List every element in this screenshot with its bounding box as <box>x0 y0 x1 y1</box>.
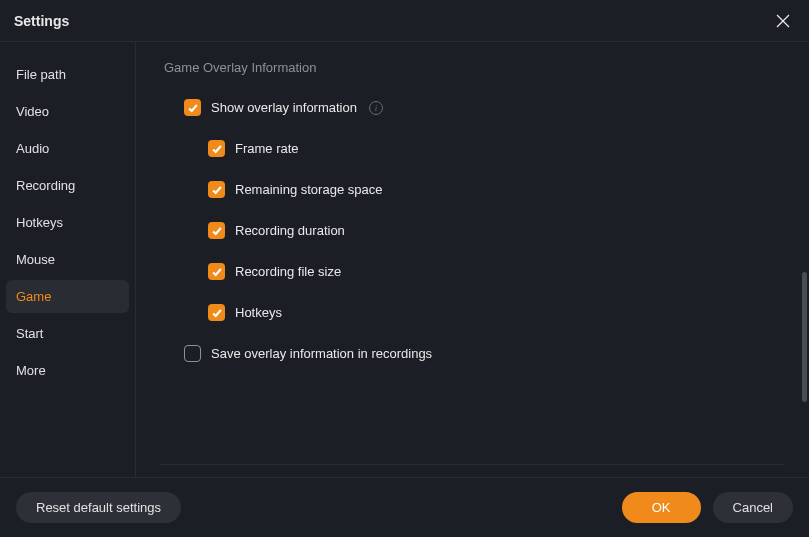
sidebar-item-label: More <box>16 363 46 378</box>
settings-window: Settings File path Video Audio Recording… <box>0 0 809 537</box>
sidebar-item-more[interactable]: More <box>6 354 129 387</box>
sidebar-item-start[interactable]: Start <box>6 317 129 350</box>
reset-button[interactable]: Reset default settings <box>16 492 181 523</box>
window-title: Settings <box>14 13 69 29</box>
checkbox-frame-rate[interactable] <box>208 140 225 157</box>
sidebar-item-file-path[interactable]: File path <box>6 58 129 91</box>
divider <box>160 464 785 465</box>
sidebar: File path Video Audio Recording Hotkeys … <box>0 42 136 477</box>
scrollbar-thumb[interactable] <box>802 272 807 402</box>
footer-right: OK Cancel <box>622 492 793 523</box>
sidebar-item-label: Audio <box>16 141 49 156</box>
close-icon <box>776 14 790 28</box>
option-label: Hotkeys <box>235 305 282 320</box>
option-label: Show overlay information <box>211 100 357 115</box>
option-frame-rate: Frame rate <box>208 140 785 157</box>
option-file-size: Recording file size <box>208 263 785 280</box>
check-icon <box>211 307 223 319</box>
checkbox-show-overlay[interactable] <box>184 99 201 116</box>
sidebar-item-label: Start <box>16 326 43 341</box>
sidebar-item-label: Mouse <box>16 252 55 267</box>
sidebar-item-label: File path <box>16 67 66 82</box>
check-icon <box>211 143 223 155</box>
sidebar-item-label: Game <box>16 289 51 304</box>
option-save-overlay: Save overlay information in recordings <box>184 345 785 362</box>
option-label: Frame rate <box>235 141 299 156</box>
sidebar-item-label: Video <box>16 104 49 119</box>
sidebar-item-recording[interactable]: Recording <box>6 169 129 202</box>
close-button[interactable] <box>771 9 795 33</box>
option-duration: Recording duration <box>208 222 785 239</box>
checkbox-storage[interactable] <box>208 181 225 198</box>
checkbox-hotkeys[interactable] <box>208 304 225 321</box>
sidebar-item-label: Recording <box>16 178 75 193</box>
info-icon[interactable]: i <box>369 101 383 115</box>
section-title: Game Overlay Information <box>160 60 785 75</box>
sidebar-item-game[interactable]: Game <box>6 280 129 313</box>
option-show-overlay: Show overlay information i <box>184 99 785 116</box>
footer: Reset default settings OK Cancel <box>0 477 809 537</box>
check-icon <box>211 225 223 237</box>
checkbox-duration[interactable] <box>208 222 225 239</box>
option-label: Recording duration <box>235 223 345 238</box>
sidebar-item-hotkeys[interactable]: Hotkeys <box>6 206 129 239</box>
option-label: Save overlay information in recordings <box>211 346 432 361</box>
sidebar-item-audio[interactable]: Audio <box>6 132 129 165</box>
ok-button[interactable]: OK <box>622 492 701 523</box>
checkbox-file-size[interactable] <box>208 263 225 280</box>
check-icon <box>211 266 223 278</box>
option-label: Remaining storage space <box>235 182 382 197</box>
sidebar-item-mouse[interactable]: Mouse <box>6 243 129 276</box>
checkbox-save-overlay[interactable] <box>184 345 201 362</box>
option-storage: Remaining storage space <box>208 181 785 198</box>
content-panel: Game Overlay Information Show overlay in… <box>136 42 809 477</box>
sidebar-item-label: Hotkeys <box>16 215 63 230</box>
check-icon <box>211 184 223 196</box>
titlebar: Settings <box>0 0 809 42</box>
sidebar-item-video[interactable]: Video <box>6 95 129 128</box>
cancel-button[interactable]: Cancel <box>713 492 793 523</box>
option-hotkeys: Hotkeys <box>208 304 785 321</box>
option-label: Recording file size <box>235 264 341 279</box>
body: File path Video Audio Recording Hotkeys … <box>0 42 809 477</box>
check-icon <box>187 102 199 114</box>
